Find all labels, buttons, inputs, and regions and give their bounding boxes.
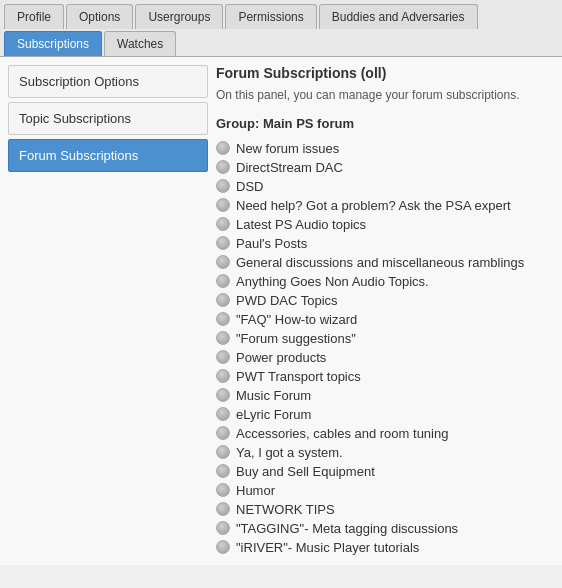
list-item: "TAGGING"- Meta tagging discussions <box>216 519 554 538</box>
tab-profile[interactable]: Profile <box>4 4 64 29</box>
list-item: PWT Transport topics <box>216 367 554 386</box>
tab-options[interactable]: Options <box>66 4 133 29</box>
list-item: Accessories, cables and room tuning <box>216 424 554 443</box>
list-item: eLyric Forum <box>216 405 554 424</box>
panel-title: Forum Subscriptions (oll) <box>216 65 554 81</box>
forum-name: Latest PS Audio topics <box>236 217 366 232</box>
forum-list: New forum issuesDirectStream DACDSDNeed … <box>216 139 554 557</box>
list-item: Buy and Sell Equipment <box>216 462 554 481</box>
tab-subscriptions[interactable]: Subscriptions <box>4 31 102 56</box>
forum-name: "iRIVER"- Music Player tutorials <box>236 540 419 555</box>
forum-name: eLyric Forum <box>236 407 311 422</box>
bullet-icon <box>216 331 230 345</box>
bullet-icon <box>216 179 230 193</box>
list-item: Paul's Posts <box>216 234 554 253</box>
group-label: Group: Main PS forum <box>216 116 554 131</box>
list-item: Ya, I got a system. <box>216 443 554 462</box>
list-item: Music Forum <box>216 386 554 405</box>
sidebar-item-topic-subscriptions[interactable]: Topic Subscriptions <box>8 102 208 135</box>
forum-name: "Forum suggestions" <box>236 331 356 346</box>
forum-name: New forum issues <box>236 141 339 156</box>
list-item: New forum issues <box>216 139 554 158</box>
bullet-icon <box>216 426 230 440</box>
list-item: Power products <box>216 348 554 367</box>
sidebar-item-forum-subscriptions[interactable]: Forum Subscriptions <box>8 139 208 172</box>
forum-name: General discussions and miscellaneous ra… <box>236 255 524 270</box>
panel-description: On this panel, you can manage your forum… <box>216 87 554 104</box>
bullet-icon <box>216 502 230 516</box>
list-item: DSD <box>216 177 554 196</box>
list-item: Anything Goes Non Audio Topics. <box>216 272 554 291</box>
bullet-icon <box>216 293 230 307</box>
bullet-icon <box>216 521 230 535</box>
list-item: PWD DAC Topics <box>216 291 554 310</box>
main-content: Subscription OptionsTopic SubscriptionsF… <box>0 57 562 565</box>
list-item: NETWORK TIPS <box>216 500 554 519</box>
forum-name: Ya, I got a system. <box>236 445 343 460</box>
list-item: "Forum suggestions" <box>216 329 554 348</box>
forum-name: PWT Transport topics <box>236 369 361 384</box>
bullet-icon <box>216 160 230 174</box>
bullet-icon <box>216 274 230 288</box>
sidebar-item-subscription-options[interactable]: Subscription Options <box>8 65 208 98</box>
bullet-icon <box>216 312 230 326</box>
bullet-icon <box>216 217 230 231</box>
list-item: Humor <box>216 481 554 500</box>
bullet-icon <box>216 445 230 459</box>
forum-name: NETWORK TIPS <box>236 502 335 517</box>
list-item: "FAQ" How-to wizard <box>216 310 554 329</box>
forum-name: Need help? Got a problem? Ask the PSA ex… <box>236 198 511 213</box>
forum-name: Humor <box>236 483 275 498</box>
forum-name: DSD <box>236 179 263 194</box>
list-item: "iRIVER"- Music Player tutorials <box>216 538 554 557</box>
sidebar: Subscription OptionsTopic SubscriptionsF… <box>8 65 208 557</box>
forum-name: Music Forum <box>236 388 311 403</box>
tab-watches[interactable]: Watches <box>104 31 176 56</box>
bullet-icon <box>216 350 230 364</box>
forum-name: Buy and Sell Equipment <box>236 464 375 479</box>
tab-bar: ProfileOptionsUsergroupsPermissionsBuddi… <box>0 0 562 57</box>
forum-name: Anything Goes Non Audio Topics. <box>236 274 429 289</box>
bullet-icon <box>216 483 230 497</box>
bullet-icon <box>216 540 230 554</box>
bullet-icon <box>216 407 230 421</box>
bullet-icon <box>216 464 230 478</box>
forum-name: "TAGGING"- Meta tagging discussions <box>236 521 458 536</box>
bullet-icon <box>216 236 230 250</box>
bullet-icon <box>216 198 230 212</box>
tab-permissions[interactable]: Permissions <box>225 4 316 29</box>
forum-name: Accessories, cables and room tuning <box>236 426 448 441</box>
tab-usergroups[interactable]: Usergroups <box>135 4 223 29</box>
bullet-icon <box>216 369 230 383</box>
tab-buddies[interactable]: Buddies and Adversaries <box>319 4 478 29</box>
list-item: DirectStream DAC <box>216 158 554 177</box>
panel: Forum Subscriptions (oll) On this panel,… <box>216 65 554 557</box>
forum-name: PWD DAC Topics <box>236 293 338 308</box>
bullet-icon <box>216 388 230 402</box>
list-item: Latest PS Audio topics <box>216 215 554 234</box>
forum-name: DirectStream DAC <box>236 160 343 175</box>
forum-name: Power products <box>236 350 326 365</box>
list-item: Need help? Got a problem? Ask the PSA ex… <box>216 196 554 215</box>
bullet-icon <box>216 141 230 155</box>
forum-name: Paul's Posts <box>236 236 307 251</box>
forum-name: "FAQ" How-to wizard <box>236 312 357 327</box>
bullet-icon <box>216 255 230 269</box>
list-item: General discussions and miscellaneous ra… <box>216 253 554 272</box>
